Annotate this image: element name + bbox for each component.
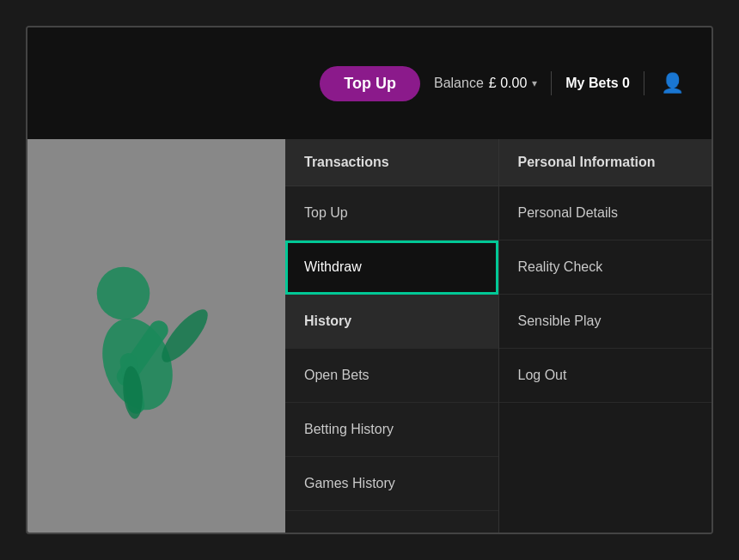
top-up-button[interactable]: Top Up — [320, 66, 420, 101]
sensible-play-menu-item[interactable]: Sensible Play — [499, 295, 712, 349]
svg-point-0 — [97, 267, 150, 320]
betting-history-menu-item[interactable]: Betting History — [285, 403, 498, 457]
personal-info-header: Personal Information — [499, 139, 712, 186]
sidebar — [27, 139, 285, 533]
personal-details-menu-item[interactable]: Personal Details — [499, 186, 712, 240]
dropdown-menu: Transactions Top Up Withdraw History Ope… — [285, 139, 712, 533]
games-history-menu-item[interactable]: Games History — [285, 457, 498, 511]
history-section-header: History — [285, 295, 498, 349]
header-divider-1 — [551, 71, 552, 95]
my-bets-area[interactable]: My Bets 0 — [565, 76, 630, 91]
chevron-down-icon[interactable]: ▾ — [532, 77, 537, 89]
personal-info-column: Personal Information Personal Details Re… — [499, 139, 712, 533]
my-bets-count: 0 — [622, 76, 630, 90]
balance-label: Balance — [434, 76, 484, 91]
logo-area — [62, 241, 251, 430]
balance-value: £ 0.00 — [489, 76, 527, 91]
log-out-menu-item[interactable]: Log Out — [499, 349, 712, 403]
user-profile-button[interactable]: 👤 — [658, 70, 686, 97]
transactions-header: Transactions — [285, 139, 498, 186]
reality-check-menu-item[interactable]: Reality Check — [499, 240, 712, 295]
my-bets-label: My Bets — [565, 76, 618, 90]
withdraw-menu-item[interactable]: Withdraw — [285, 240, 498, 295]
top-up-menu-item[interactable]: Top Up — [285, 186, 498, 240]
user-icon: 👤 — [661, 72, 684, 94]
balance-area: Balance £ 0.00 ▾ — [434, 76, 537, 91]
app-frame: Top Up Balance £ 0.00 ▾ My Bets 0 👤 — [26, 26, 713, 534]
header-right: Top Up Balance £ 0.00 ▾ My Bets 0 👤 — [320, 66, 686, 101]
header: Top Up Balance £ 0.00 ▾ My Bets 0 👤 — [27, 27, 712, 139]
transactions-column: Transactions Top Up Withdraw History Ope… — [285, 139, 499, 533]
header-divider-2 — [644, 71, 644, 95]
logo-svg — [62, 241, 251, 430]
open-bets-menu-item[interactable]: Open Bets — [285, 349, 498, 403]
